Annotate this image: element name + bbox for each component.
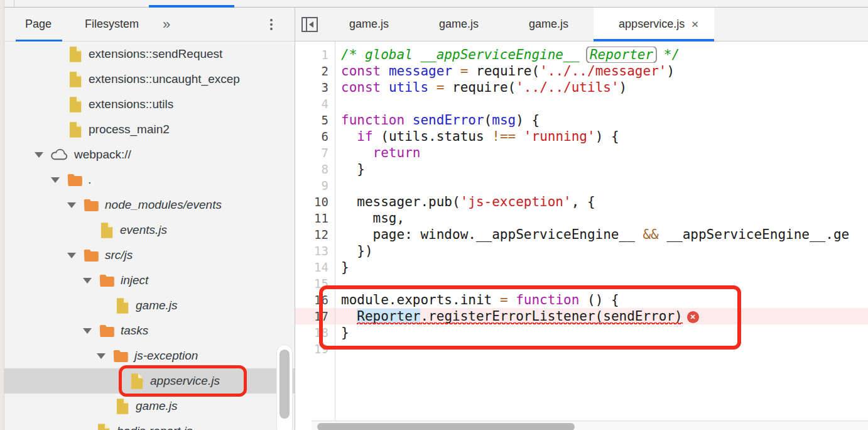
- code-line-content[interactable]: /* global __appServiceEngine__ Reporter …: [335, 47, 868, 63]
- disclosure-triangle-icon[interactable]: [83, 328, 92, 334]
- code-area[interactable]: 1/* global __appServiceEngine__ Reporter…: [295, 41, 868, 421]
- tree-item[interactable]: extensions::sendRequest: [4, 41, 295, 67]
- line-number[interactable]: 18: [295, 324, 335, 341]
- editor-tab-appservice.js[interactable]: appservice.js✕: [594, 8, 714, 41]
- line-number[interactable]: 17: [295, 308, 335, 324]
- code-line-content[interactable]: const messager = require('../../messager…: [335, 63, 868, 79]
- navigator-sidebar: Page Filesystem » extensions::sendReques…: [4, 8, 295, 430]
- code-token: ) {: [516, 113, 540, 128]
- code-line-content[interactable]: module.exports.init = function () {: [335, 292, 868, 308]
- tree-item-label: game.js: [136, 299, 178, 312]
- tree-item[interactable]: events.js: [4, 218, 295, 243]
- code-line: 19: [295, 341, 868, 357]
- editor-hscrollbar[interactable]: [312, 421, 868, 430]
- line-number[interactable]: 7: [295, 145, 335, 161]
- code-line-content[interactable]: }: [335, 259, 868, 275]
- line-number[interactable]: 16: [295, 292, 335, 308]
- tree-item[interactable]: badjs-report.js: [4, 419, 295, 430]
- tree-item[interactable]: extensions::utils: [4, 92, 295, 117]
- tree-item[interactable]: extensions::uncaught_excep: [4, 67, 295, 92]
- sidebar-scrollbar-thumb[interactable]: [279, 350, 290, 419]
- line-number[interactable]: 1: [295, 47, 335, 63]
- close-tab-icon[interactable]: ✕: [691, 19, 699, 30]
- tree-item[interactable]: tasks: [4, 318, 295, 343]
- sources-tab-underline: [149, 5, 234, 8]
- line-number[interactable]: 2: [295, 63, 335, 79]
- editor-hscrollbar-thumb[interactable]: [317, 423, 575, 430]
- line-number[interactable]: 10: [295, 194, 335, 210]
- line-number[interactable]: 13: [295, 243, 335, 259]
- tree-item[interactable]: game.js: [4, 394, 295, 419]
- line-number[interactable]: 4: [295, 96, 335, 112]
- code-line-content[interactable]: }): [335, 243, 868, 259]
- disclosure-triangle-icon[interactable]: [97, 353, 106, 359]
- code-line-content[interactable]: [335, 96, 868, 112]
- line-number[interactable]: 12: [295, 226, 335, 243]
- line-number[interactable]: 19: [295, 341, 335, 357]
- tree-item[interactable]: node_modules/events: [4, 192, 295, 218]
- code-line-content[interactable]: }: [335, 324, 868, 341]
- code-token: }: [341, 325, 349, 340]
- line-number[interactable]: 15: [295, 275, 335, 292]
- disclosure-triangle-icon[interactable]: [51, 177, 60, 183]
- code-token: '../../utils': [516, 80, 619, 95]
- tree-item-label: process_main2: [89, 123, 170, 136]
- tree-item-label: game.js: [136, 399, 178, 413]
- tree-item[interactable]: game.js: [4, 293, 295, 318]
- tree-item[interactable]: webpack://: [4, 142, 295, 167]
- tree-item[interactable]: appservice.js: [4, 368, 295, 394]
- code-line: 13 }): [295, 243, 868, 259]
- code-line-content[interactable]: }: [335, 161, 868, 177]
- tab-filesystem[interactable]: Filesystem: [85, 8, 139, 41]
- kebab-menu-icon[interactable]: [266, 19, 277, 30]
- disclosure-triangle-icon[interactable]: [83, 278, 92, 284]
- code-line-content[interactable]: msg,: [335, 210, 868, 226]
- tree-item[interactable]: js-exception: [4, 343, 295, 368]
- code-line-content[interactable]: page: window.__appServiceEngine__ && __a…: [335, 226, 868, 243]
- hide-navigator-icon[interactable]: [295, 8, 324, 41]
- line-number[interactable]: 9: [295, 177, 335, 194]
- tab-page[interactable]: Page: [25, 8, 52, 41]
- disclosure-triangle-icon[interactable]: [67, 253, 76, 258]
- editor-tab-game.js[interactable]: game.js: [504, 8, 594, 41]
- editor-tab-game.js[interactable]: game.js: [414, 8, 504, 41]
- editor-tab-game.js[interactable]: game.js: [324, 8, 414, 41]
- disclosure-triangle-icon[interactable]: [67, 202, 76, 208]
- code-line-content[interactable]: return: [335, 145, 868, 161]
- code-line-content[interactable]: function sendError(msg) {: [335, 112, 868, 128]
- code-line-content[interactable]: messager.pub('js-exception', {: [335, 194, 868, 210]
- tree-item-label: events.js: [120, 223, 167, 237]
- code-line-content[interactable]: [335, 275, 868, 292]
- line-number[interactable]: 6: [295, 128, 335, 145]
- code-line-content[interactable]: [335, 341, 868, 357]
- file-icon: [99, 222, 114, 239]
- line-number[interactable]: 14: [295, 259, 335, 275]
- code-token: =: [500, 292, 508, 307]
- code-line-content[interactable]: [335, 177, 868, 194]
- chevron-double-right-icon[interactable]: »: [163, 18, 170, 31]
- error-icon[interactable]: ✕: [687, 311, 699, 323]
- code-token: [341, 309, 357, 324]
- tree-item-label: node_modules/events: [105, 198, 222, 212]
- tree-item[interactable]: .: [4, 167, 295, 192]
- file-icon: [129, 373, 144, 390]
- code-line: 15: [295, 275, 868, 292]
- code-token: ): [619, 80, 627, 95]
- tree-item[interactable]: process_main2: [4, 117, 295, 142]
- code-token: , {: [572, 194, 595, 209]
- code-token: module.exports.init: [341, 292, 500, 307]
- code-token: 'running': [524, 129, 595, 144]
- line-number[interactable]: 11: [295, 210, 335, 226]
- code-token: 'js-exception': [460, 194, 572, 209]
- code-line-content[interactable]: Reporter.registerErrorListener(sendError…: [335, 308, 868, 324]
- line-number[interactable]: 3: [295, 79, 335, 96]
- file-icon: [67, 71, 83, 88]
- tree-item[interactable]: src/js: [4, 243, 295, 268]
- tree-item[interactable]: inject: [4, 268, 295, 293]
- line-number[interactable]: 5: [295, 112, 335, 128]
- line-number[interactable]: 8: [295, 161, 335, 177]
- disclosure-triangle-icon[interactable]: [35, 152, 43, 158]
- code-line-content[interactable]: if (utils.status !== 'running') {: [335, 128, 868, 145]
- sidebar-scrollbar[interactable]: [276, 345, 293, 430]
- code-line-content[interactable]: const utils = require('../../utils'): [335, 79, 868, 96]
